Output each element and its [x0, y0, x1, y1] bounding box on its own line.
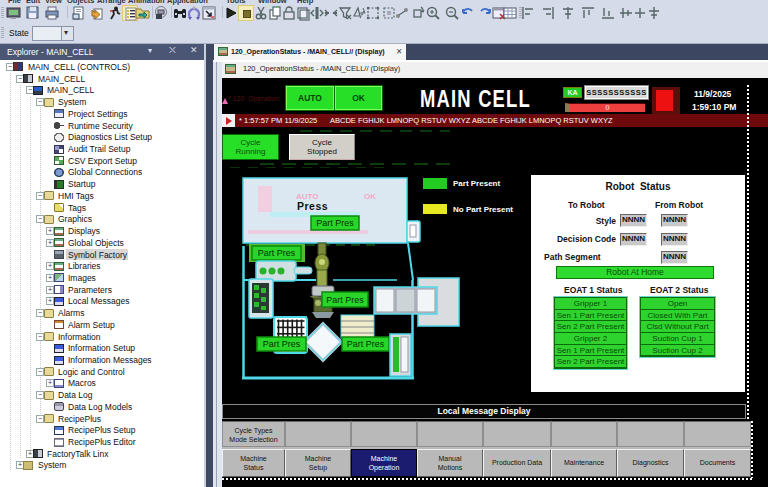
svg-text:Press: Press — [297, 200, 328, 212]
svg-text:OK: OK — [364, 192, 376, 201]
svg-text:Part Pres: Part Pres — [347, 339, 385, 349]
svg-text:Part Pres: Part Pres — [326, 295, 364, 305]
svg-text:Part Pres: Part Pres — [316, 218, 354, 228]
svg-text:Part Pres: Part Pres — [258, 248, 296, 258]
svg-text:Part Pres: Part Pres — [263, 339, 301, 349]
